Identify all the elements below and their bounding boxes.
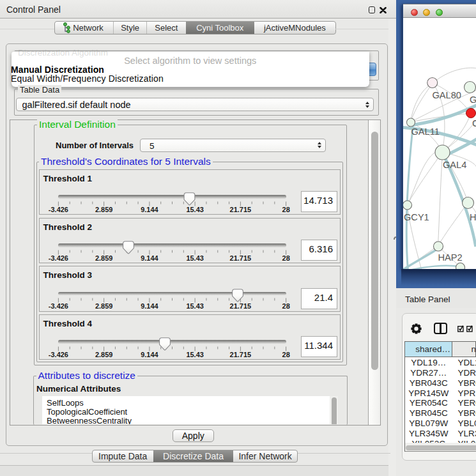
svg-text:GA: GA (470, 94, 476, 104)
svg-text:GAL11: GAL11 (411, 126, 439, 136)
svg-text:GCY1: GCY1 (404, 212, 429, 222)
svg-text:H: H (470, 211, 476, 222)
svg-text:C: C (472, 118, 476, 128)
svg-text:GAL4: GAL4 (443, 159, 466, 169)
svg-text:GAL80: GAL80 (432, 89, 461, 100)
svg-text:HAP2: HAP2 (438, 252, 462, 262)
